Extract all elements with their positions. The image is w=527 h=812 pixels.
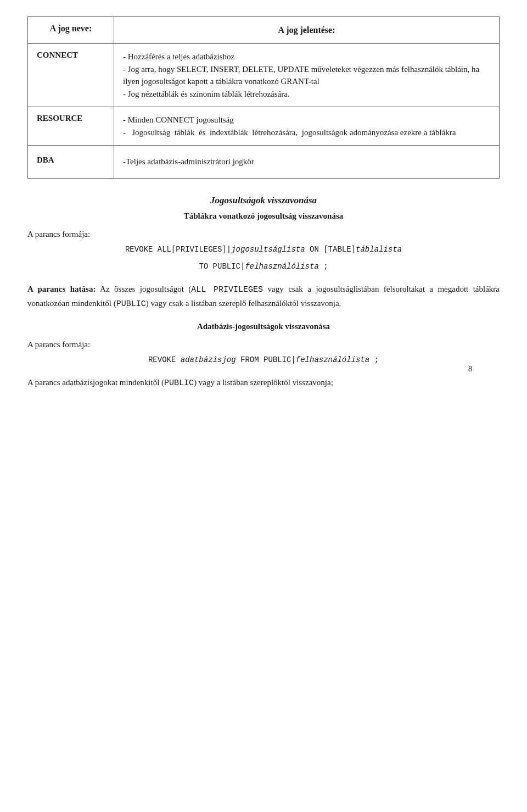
resource-line1: - Minden CONNECT jogosultság	[123, 115, 234, 124]
parancs-block-1: A parancs formája: REVOKE ALL[PRIVILEGES…	[27, 230, 500, 274]
dba-label: DBA	[28, 146, 114, 179]
connect-line2: - Jog arra, hogy SELECT, INSERT, DELETE,…	[123, 65, 479, 86]
connect-content: - Hozzáférés a teljes adatbázishoz - Jog…	[114, 44, 500, 107]
dba-content: -Teljes adatbázis-adminisztrátori jogkör	[114, 146, 500, 179]
resource-content: - Minden CONNECT jogosultság - Jogosults…	[114, 107, 500, 146]
parancs-block-2: A parancs formája: REVOKE adatbázisjog F…	[27, 340, 500, 367]
visszavonas-heading: Jogosultságok visszavonása	[27, 195, 500, 206]
resource-label: RESOURCE	[28, 107, 114, 146]
connect-label: CONNECT	[28, 44, 114, 107]
revoke-code1a: REVOKE ALL[PRIVILEGES]|jogosultságlista …	[125, 245, 402, 254]
revoke-code-2: TO PUBLIC|felhasználólista ;	[27, 260, 500, 274]
resource-line2: - Jogosultság táblák és indextáblák létr…	[123, 128, 456, 137]
hatas-block-2: A parancs adatbázisjogokat mindenkitől (…	[27, 376, 500, 390]
hatas-label-1: A parancs hatása:	[27, 285, 96, 293]
revoke-code3: REVOKE adatbázisjog FROM PUBLIC|felhaszn…	[148, 355, 379, 364]
hatas-block-1: A parancs hatása: Az összes jogosultságo…	[27, 282, 500, 311]
header-col-left: A jog neve:	[28, 17, 114, 44]
tablakra-sub-heading: Táblákra vonatkozó jogosultság visszavon…	[27, 212, 500, 221]
adatbazis-section: Adatbázis-jogosultságok visszavonása A p…	[27, 322, 500, 390]
parancs-formaja-label-1: A parancs formája:	[27, 230, 500, 239]
revoke-code2: TO PUBLIC|felhasználólista ;	[199, 262, 328, 271]
connect-line1: - Hozzáférés a teljes adatbázishoz	[123, 52, 234, 61]
header-col-right: A jog jelentése:	[114, 17, 500, 44]
revoke-code-1: REVOKE ALL[PRIVILEGES]|jogosultságlista …	[27, 243, 500, 257]
adatbazis-heading: Adatbázis-jogosultságok visszavonása	[27, 322, 500, 331]
page-number: 8	[468, 365, 472, 374]
connect-line3: - Jog nézettáblák és szinonim táblák lét…	[123, 90, 290, 98]
parancs-formaja-label-2: A parancs formája:	[27, 340, 500, 349]
hatas-text-2: A parancs adatbázisjogokat mindenkitől (…	[27, 378, 333, 387]
hatas-text-1: Az összes jogosultságot (ALL PRIVILEGES …	[27, 285, 500, 308]
revoke-code-3: REVOKE adatbázisjog FROM PUBLIC|felhaszn…	[27, 354, 500, 367]
main-table: A jog neve: A jog jelentése: CONNECT - H…	[27, 16, 500, 179]
